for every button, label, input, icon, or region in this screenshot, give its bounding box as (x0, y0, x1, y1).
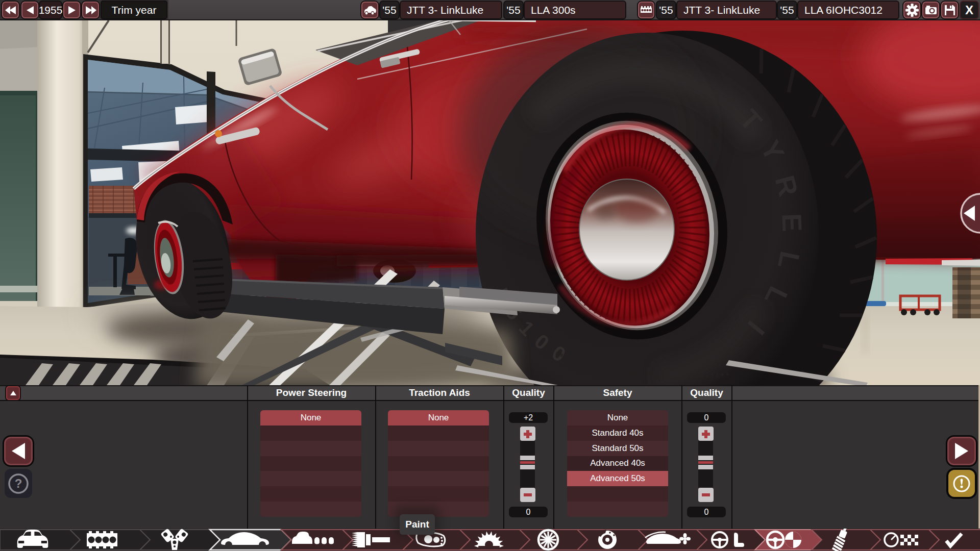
svg-text:?: ? (15, 477, 22, 490)
svg-text:E: E (776, 213, 807, 232)
